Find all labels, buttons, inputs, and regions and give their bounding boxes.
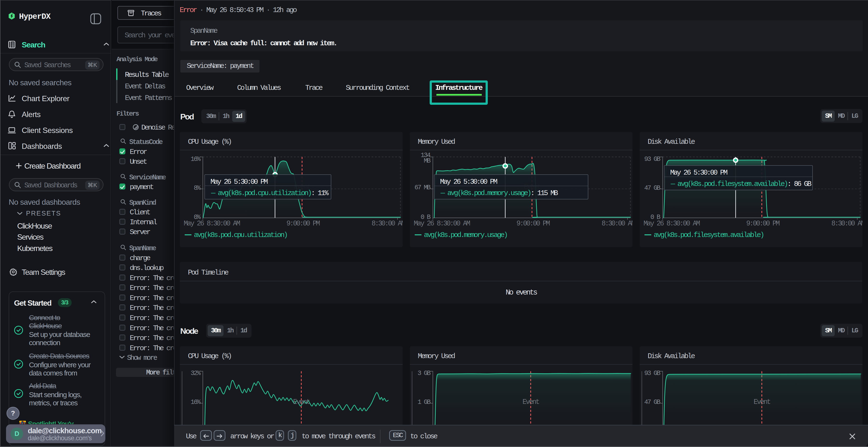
svg-text:16%: 16% xyxy=(191,156,201,163)
svg-text:8:30:00 AM: 8:30:00 AM xyxy=(372,220,402,228)
svg-text:8:30:00 AM: 8:30:00 AM xyxy=(601,220,632,228)
svg-text:May 26 8:30:00 AM: May 26 8:30:00 AM xyxy=(644,220,700,228)
svg-text:32%: 32% xyxy=(191,370,201,377)
svg-text:9:00:00 PM: 9:00:00 PM xyxy=(746,220,779,228)
svg-text:9:00:00 PM: 9:00:00 PM xyxy=(286,220,320,228)
svg-text:93 GB: 93 GB xyxy=(644,370,660,377)
svg-text:Event: Event xyxy=(523,398,539,406)
svg-text:93 GB: 93 GB xyxy=(644,156,660,163)
svg-text:9:00:00 PM: 9:00:00 PM xyxy=(517,220,550,228)
svg-text:MB: MB xyxy=(424,157,431,165)
svg-text:1 GB: 1 GB xyxy=(417,399,431,406)
svg-text:8:30:00 AM: 8:30:00 AM xyxy=(831,220,862,228)
svg-text:avg(k8s.pod.filesystem.availab: avg(k8s.pod.filesystem.available) xyxy=(654,231,763,239)
svg-text:May 26 8:30:00 AM: May 26 8:30:00 AM xyxy=(184,220,240,228)
svg-text:47 GB: 47 GB xyxy=(644,399,660,406)
svg-text:May 26 8:30:00 AM: May 26 8:30:00 AM xyxy=(414,220,470,228)
svg-text:8%: 8% xyxy=(194,184,201,192)
svg-text:67 MB: 67 MB xyxy=(414,184,431,191)
svg-text:Event: Event xyxy=(293,398,310,406)
svg-text:avg(k8s.pod.memory.usage): avg(k8s.pod.memory.usage) xyxy=(424,231,507,239)
svg-text:avg(k8s.pod.cpu.utilization): avg(k8s.pod.cpu.utilization) xyxy=(194,231,287,239)
svg-text:Event: Event xyxy=(754,398,770,406)
svg-text:16%: 16% xyxy=(191,399,201,406)
svg-text:47 GB: 47 GB xyxy=(644,184,660,192)
svg-text:3 GB: 3 GB xyxy=(417,370,431,377)
